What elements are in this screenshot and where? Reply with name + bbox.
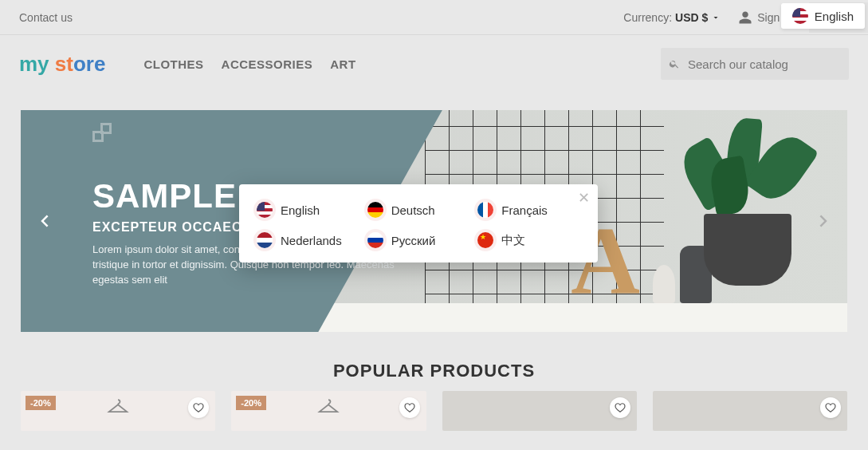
chevron-down-icon bbox=[711, 13, 721, 22]
language-current-label: English bbox=[815, 10, 854, 23]
chevron-right-icon bbox=[812, 209, 836, 233]
top-bar: Contact us Currency: USD $ Sign in Ca bbox=[0, 0, 868, 35]
wishlist-button[interactable] bbox=[188, 397, 209, 418]
search-input[interactable] bbox=[686, 57, 841, 72]
main-menu: CLOTHES ACCESSORIES ART bbox=[143, 57, 623, 71]
contact-link[interactable]: Contact us bbox=[19, 11, 73, 24]
heart-icon bbox=[825, 402, 836, 413]
heart-icon bbox=[404, 402, 415, 413]
lang-option-chinese[interactable]: 中文 bbox=[477, 232, 580, 248]
product-card[interactable] bbox=[653, 391, 847, 431]
hanger-icon bbox=[106, 396, 130, 420]
carousel-prev-button[interactable] bbox=[32, 209, 56, 233]
chevron-left-icon bbox=[32, 209, 56, 233]
language-picker-modal: ✕ English Deutsch Français Nederlands Ру… bbox=[239, 184, 598, 262]
lang-option-russian[interactable]: Русский bbox=[367, 232, 470, 248]
lang-option-francais[interactable]: Français bbox=[477, 202, 580, 218]
hero-plant bbox=[656, 110, 815, 286]
lang-option-nederlands[interactable]: Nederlands bbox=[257, 232, 359, 248]
wishlist-button[interactable] bbox=[610, 397, 630, 418]
flag-nl-icon bbox=[257, 232, 273, 248]
product-grid: -20% -20% bbox=[0, 391, 868, 431]
flag-ru-icon bbox=[367, 232, 383, 248]
currency-selector[interactable]: Currency: USD $ bbox=[623, 11, 721, 24]
search-icon bbox=[669, 57, 680, 71]
menu-clothes[interactable]: CLOTHES bbox=[143, 57, 203, 71]
carousel-next-button[interactable] bbox=[812, 209, 836, 233]
nav-bar: my store CLOTHES ACCESSORIES ART bbox=[0, 35, 868, 93]
hanger-icon bbox=[316, 396, 340, 420]
flag-cn-icon bbox=[477, 232, 493, 248]
sale-badge: -20% bbox=[26, 396, 56, 410]
currency-value: USD $ bbox=[675, 11, 708, 24]
product-card[interactable] bbox=[442, 391, 637, 431]
menu-accessories[interactable]: ACCESSORIES bbox=[222, 57, 313, 71]
lang-option-deutsch[interactable]: Deutsch bbox=[367, 202, 470, 218]
menu-art[interactable]: ART bbox=[330, 57, 355, 71]
flag-de-icon bbox=[367, 202, 383, 218]
search-box[interactable] bbox=[661, 48, 849, 80]
sale-badge: -20% bbox=[236, 396, 266, 410]
flag-fr-icon bbox=[477, 202, 493, 218]
lang-option-english[interactable]: English bbox=[257, 202, 359, 218]
heart-icon bbox=[615, 402, 626, 413]
product-card[interactable]: -20% bbox=[231, 391, 426, 431]
wishlist-button[interactable] bbox=[820, 397, 841, 418]
popular-heading-section: POPULAR PRODUCTS bbox=[0, 361, 868, 381]
language-switcher-button[interactable]: English bbox=[781, 3, 865, 29]
currency-label: Currency: bbox=[623, 11, 672, 24]
modal-close-button[interactable]: ✕ bbox=[578, 189, 590, 207]
product-card[interactable]: -20% bbox=[21, 391, 215, 431]
flag-us-icon bbox=[257, 202, 273, 218]
flag-us-icon bbox=[792, 8, 808, 24]
person-icon bbox=[738, 10, 752, 25]
wishlist-button[interactable] bbox=[399, 397, 420, 418]
logo[interactable]: my store bbox=[19, 52, 105, 77]
heart-icon bbox=[193, 402, 204, 413]
popular-heading: POPULAR PRODUCTS bbox=[0, 361, 868, 381]
